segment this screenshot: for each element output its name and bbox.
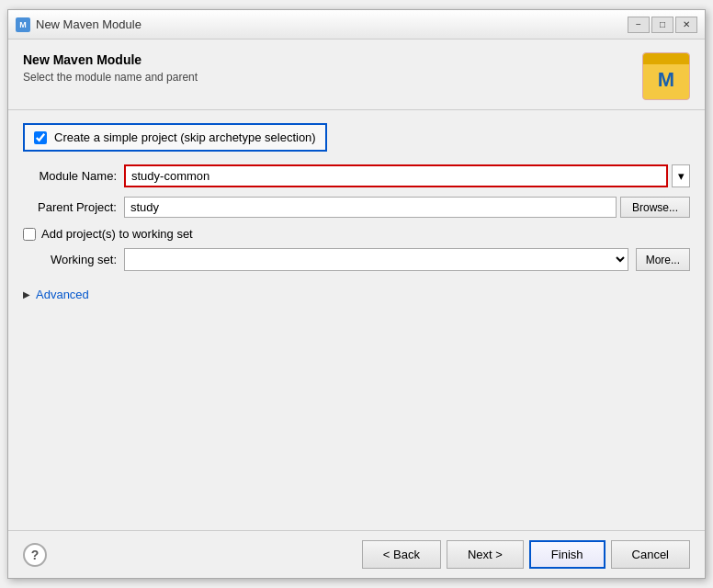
parent-project-input-container: Browse...	[124, 197, 690, 218]
more-button[interactable]: More...	[636, 248, 690, 271]
maximize-button[interactable]: □	[651, 17, 673, 33]
title-bar: M New Maven Module − □ ✕	[8, 10, 705, 40]
working-set-input-container: More...	[124, 248, 690, 271]
header-section: New Maven Module Select the module name …	[8, 40, 705, 109]
title-bar-left: M New Maven Module	[16, 17, 141, 32]
minimize-button[interactable]: −	[628, 17, 650, 33]
parent-project-label: Parent Project:	[23, 200, 124, 214]
add-working-set-checkbox-group[interactable]: Add project(s) to working set	[23, 227, 690, 241]
parent-project-row: Parent Project: Browse...	[23, 197, 690, 218]
content-area: New Maven Module Select the module name …	[8, 40, 705, 530]
finish-button[interactable]: Finish	[529, 540, 605, 569]
module-name-input-container: ▾	[124, 164, 690, 187]
bottom-left: ?	[23, 543, 47, 567]
advanced-label[interactable]: Advanced	[36, 288, 89, 301]
simple-project-label[interactable]: Create a simple project (skip archetype …	[54, 130, 316, 144]
next-button[interactable]: Next >	[447, 540, 524, 569]
working-set-select[interactable]	[124, 248, 628, 271]
dialog-subtitle: Select the module name and parent	[23, 71, 198, 84]
advanced-section[interactable]: ▶ Advanced	[23, 280, 690, 309]
module-name-label: Module Name:	[23, 169, 124, 183]
parent-project-input[interactable]	[124, 197, 617, 218]
working-set-row: Working set: More...	[23, 248, 690, 271]
simple-project-checkbox[interactable]	[34, 131, 47, 144]
form-section: Create a simple project (skip archetype …	[8, 110, 705, 530]
bottom-bar: ? < Back Next > Finish Cancel	[8, 530, 705, 578]
title-bar-controls: − □ ✕	[628, 17, 697, 33]
working-set-dropdown	[124, 248, 628, 271]
header-text: New Maven Module Select the module name …	[23, 52, 198, 84]
dialog-window: M New Maven Module − □ ✕ New Maven Modul…	[7, 9, 706, 579]
add-working-set-label[interactable]: Add project(s) to working set	[41, 227, 193, 241]
dialog-title: New Maven Module	[23, 52, 198, 67]
cancel-button[interactable]: Cancel	[611, 540, 690, 569]
module-name-row: Module Name: ▾	[23, 164, 690, 187]
close-button[interactable]: ✕	[675, 17, 697, 33]
working-set-label: Working set:	[23, 253, 124, 266]
simple-project-checkbox-group[interactable]: Create a simple project (skip archetype …	[23, 123, 327, 152]
bottom-right: < Back Next > Finish Cancel	[362, 540, 690, 569]
browse-button[interactable]: Browse...	[620, 197, 690, 218]
add-working-set-checkbox[interactable]	[23, 228, 36, 241]
back-button[interactable]: < Back	[362, 540, 441, 569]
chevron-down-icon: ▾	[678, 169, 685, 183]
module-name-dropdown-button[interactable]: ▾	[672, 164, 690, 187]
help-button[interactable]: ?	[23, 543, 47, 567]
module-name-input[interactable]	[124, 164, 668, 187]
maven-icon: M	[642, 52, 690, 100]
app-icon: M	[16, 17, 30, 32]
window-title: New Maven Module	[36, 17, 141, 31]
advanced-arrow-icon: ▶	[23, 289, 30, 300]
